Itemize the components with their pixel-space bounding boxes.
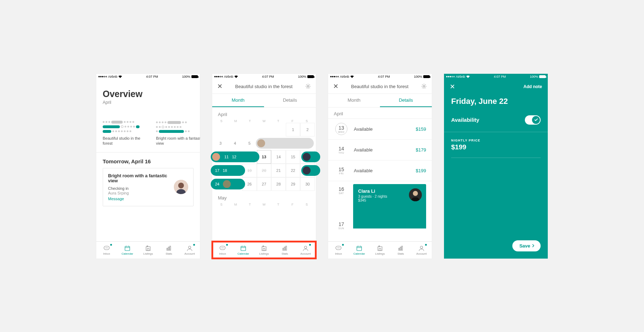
add-note-button[interactable]: Add note: [523, 84, 542, 89]
calendar-grid[interactable]: 12 3456789 10111213141516 11 12 17181920…: [212, 123, 316, 191]
svg-rect-16: [170, 246, 171, 250]
date-heading: Tomorrow, April 16: [103, 158, 194, 164]
svg-rect-7: [125, 246, 130, 251]
reservation-row[interactable]: 16SAT Clara Li 3 guests · 2 nights $345: [328, 181, 432, 218]
svg-point-17: [189, 246, 191, 249]
svg-rect-30: [283, 248, 284, 250]
tab-account[interactable]: Account: [295, 242, 316, 259]
avatar: [409, 188, 422, 201]
svg-rect-50: [402, 246, 403, 250]
svg-point-38: [337, 247, 338, 248]
svg-point-20: [221, 247, 222, 248]
status-bar: Airbnb 4:07 PM 100%: [212, 74, 316, 80]
close-icon[interactable]: ✕: [217, 82, 223, 90]
save-button[interactable]: Save: [512, 240, 541, 251]
tab-calendar[interactable]: Calendar: [117, 242, 138, 259]
svg-point-6: [107, 247, 108, 248]
svg-point-36: [413, 191, 418, 196]
tab-bar: Inbox Calendar Listings Stats Account: [328, 241, 432, 259]
calendar-month-screen: Airbnb 4:07 PM 100% ✕ Beautiful studio i…: [212, 74, 316, 259]
listing-card[interactable]: Beautiful studio in the forest: [103, 109, 151, 146]
svg-point-40: [339, 247, 340, 248]
avatar: [174, 180, 188, 194]
availability-label: Availability: [451, 117, 479, 123]
tab-bar: Inbox Calendar Listings Stats Account: [96, 241, 200, 259]
svg-rect-13: [147, 246, 148, 247]
svg-point-34: [423, 86, 425, 87]
svg-point-51: [420, 246, 423, 249]
svg-rect-31: [284, 247, 285, 250]
day-row[interactable]: 14THU Available$179: [328, 140, 432, 160]
svg-point-5: [106, 247, 107, 248]
svg-rect-15: [168, 247, 169, 250]
gear-icon[interactable]: [305, 83, 311, 89]
tab-inbox[interactable]: Inbox: [96, 242, 117, 259]
tab-inbox[interactable]: Inbox: [212, 242, 233, 259]
listing-card[interactable]: Bright room with a fantastic view: [156, 109, 200, 146]
svg-rect-29: [263, 246, 264, 247]
svg-point-4: [106, 247, 106, 248]
tab-listings[interactable]: Listings: [254, 242, 274, 259]
booking-card[interactable]: Bright room with a fantastic view Checki…: [103, 168, 194, 206]
day-row[interactable]: 13WED Available$159: [328, 119, 432, 140]
tab-stats[interactable]: Stats: [390, 242, 411, 259]
svg-point-39: [338, 247, 339, 248]
price-value[interactable]: $199: [451, 143, 541, 151]
svg-rect-46: [379, 248, 381, 250]
close-icon[interactable]: ✕: [333, 82, 338, 90]
close-icon[interactable]: ✕: [450, 83, 455, 91]
status-bar: Airbnb 4:07 PM 100%: [328, 74, 432, 80]
svg-point-21: [222, 247, 223, 248]
listing-cards[interactable]: Beautiful studio in the forest Bright ro…: [96, 109, 200, 152]
tab-inbox[interactable]: Inbox: [328, 242, 349, 259]
listing-title: Beautiful studio in the forest: [235, 84, 292, 89]
overview-screen: Airbnb 4:07 PM 100% Overview April Beaut…: [96, 74, 200, 259]
svg-rect-12: [147, 248, 149, 250]
svg-rect-41: [357, 246, 361, 251]
page-title: Overview: [103, 89, 194, 99]
tab-month[interactable]: Month: [328, 94, 380, 107]
tab-stats[interactable]: Stats: [158, 242, 179, 259]
tab-listings[interactable]: Listings: [370, 242, 390, 259]
gear-icon[interactable]: [421, 83, 427, 89]
month-label: April: [103, 100, 194, 105]
svg-rect-48: [399, 248, 400, 250]
tab-calendar[interactable]: Calendar: [233, 242, 254, 259]
message-link[interactable]: Message: [108, 197, 174, 201]
status-bar: Airbnb 4:07 PM 100%: [444, 74, 548, 80]
svg-point-18: [307, 86, 309, 87]
day-row[interactable]: 15FRI Available$199: [328, 160, 432, 181]
tab-account[interactable]: Account: [411, 242, 432, 259]
status-bar: Airbnb 4:07 PM 100%: [96, 74, 200, 80]
tab-calendar[interactable]: Calendar: [349, 242, 370, 259]
tab-bar: Inbox Calendar Listings Stats Account: [212, 241, 316, 259]
tab-listings[interactable]: Listings: [138, 242, 158, 259]
svg-point-1: [178, 183, 184, 188]
availability-toggle[interactable]: [525, 115, 541, 125]
tab-stats[interactable]: Stats: [274, 242, 295, 259]
svg-rect-32: [286, 246, 287, 250]
calendar-details-screen: Airbnb 4:07 PM 100% ✕ Beautiful studio i…: [328, 74, 432, 259]
svg-rect-47: [379, 246, 380, 247]
svg-point-33: [304, 246, 307, 249]
listing-title: Beautiful studio in the forest: [351, 84, 408, 89]
svg-rect-49: [400, 247, 401, 250]
tab-details[interactable]: Details: [380, 94, 432, 107]
edit-day-screen: Airbnb 4:07 PM 100% ✕ Add note Friday, J…: [444, 74, 548, 259]
svg-rect-23: [241, 246, 245, 251]
tab-month[interactable]: Month: [212, 94, 264, 107]
price-label: NIGHTLY PRICE: [451, 139, 541, 142]
svg-rect-14: [167, 248, 168, 250]
svg-rect-28: [263, 248, 265, 250]
tab-account[interactable]: Account: [179, 242, 200, 259]
svg-point-22: [223, 247, 224, 248]
tab-details[interactable]: Details: [264, 94, 316, 107]
date-title: Friday, June 22: [444, 94, 548, 115]
chevron-right-icon: [532, 244, 535, 247]
